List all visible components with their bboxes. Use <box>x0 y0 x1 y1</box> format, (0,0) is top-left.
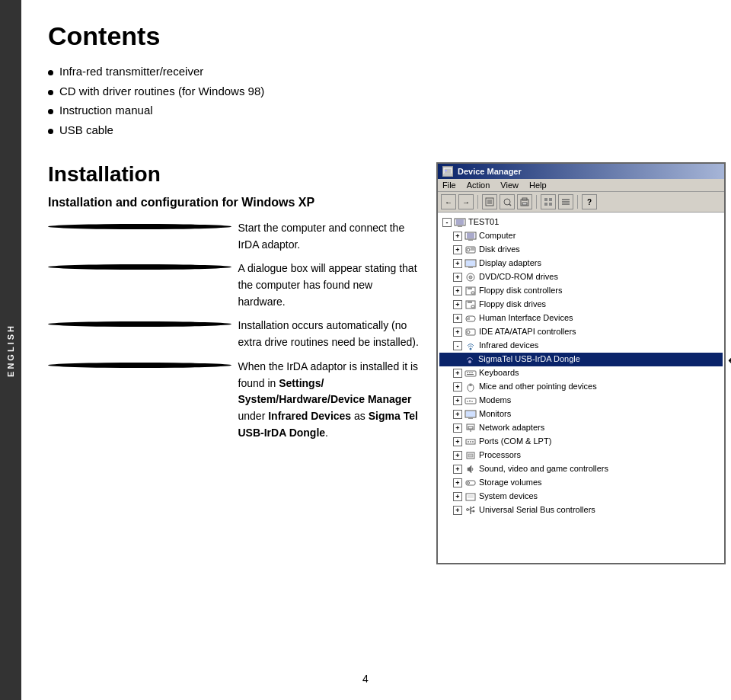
expand-disk[interactable]: + <box>453 245 462 254</box>
tree-item-sound[interactable]: + Sound, video and game controllers <box>439 462 723 476</box>
install-steps: Start the computer and connect the IrDA … <box>48 220 421 441</box>
tree-label: Network adapters <box>479 422 544 433</box>
svg-rect-30 <box>466 261 475 266</box>
computer-icon <box>454 216 466 229</box>
modem-icon <box>464 395 477 407</box>
svg-rect-23 <box>467 233 474 238</box>
menu-file[interactable]: File <box>442 181 456 190</box>
svg-point-47 <box>468 360 471 363</box>
tree-label: Monitors <box>479 408 511 420</box>
expand-storage[interactable]: + <box>453 478 462 487</box>
view1-button[interactable] <box>541 194 556 209</box>
expand-monitors[interactable]: + <box>453 410 462 419</box>
expand-root[interactable]: - <box>442 218 452 227</box>
help-btn[interactable]: ? <box>582 194 597 209</box>
expand-ports[interactable]: + <box>453 437 462 446</box>
tree-label: Disk drives <box>479 244 520 255</box>
tree-item-monitors[interactable]: + Monitors <box>439 408 723 421</box>
tree-item-disk[interactable]: + Disk drives <box>439 243 723 257</box>
svg-rect-1 <box>445 170 447 171</box>
tree-item-mice[interactable]: + Mice and other pointing devices <box>439 380 723 394</box>
sound-icon <box>464 463 477 475</box>
svg-rect-69 <box>472 441 474 443</box>
tree-item-usb[interactable]: + Universal Serial Bus controllers <box>439 503 723 517</box>
tree-item-ide[interactable]: + IDE ATA/ATAPI controllers <box>439 325 723 339</box>
dongle-icon <box>464 353 476 366</box>
bullet-icon <box>48 224 231 229</box>
tree-item-display[interactable]: + Display adapters <box>439 257 723 270</box>
system-icon <box>464 491 477 503</box>
tree-item-dongle[interactable]: SigmaTel USB-IrDA Dongle ↵ <box>439 353 723 366</box>
tree-item-keyboard[interactable]: + Keyboards <box>439 366 723 380</box>
bullet-icon <box>48 90 53 95</box>
tree-label: Mice and other pointing devices <box>479 381 597 392</box>
svg-rect-40 <box>471 305 474 308</box>
svg-rect-68 <box>470 441 471 443</box>
tree-item-floppy-ctrl[interactable]: + Floppy disk controllers <box>439 284 723 298</box>
expand-display[interactable]: + <box>453 259 462 268</box>
expand-infrared[interactable]: - <box>453 341 462 350</box>
list-item: USB cable <box>48 120 708 140</box>
bullet-icon <box>48 70 53 75</box>
tree-item-ports[interactable]: + Ports (COM & LPT) <box>439 435 723 449</box>
menu-help[interactable]: Help <box>529 181 547 190</box>
svg-rect-24 <box>468 239 473 241</box>
svg-rect-64 <box>468 427 473 429</box>
expand-modems[interactable]: + <box>453 396 462 405</box>
tree-item-computer[interactable]: + Computer <box>439 229 723 243</box>
bullet-icon <box>48 129 53 134</box>
tree-label: System devices <box>479 491 538 502</box>
tree-item-infrared[interactable]: - Infrared devices <box>439 339 723 353</box>
forward-button[interactable]: → <box>458 194 474 209</box>
tree-item-hid[interactable]: + Human Interface Devices <box>439 312 723 325</box>
expand-usb[interactable]: + <box>453 506 462 515</box>
svg-rect-67 <box>468 441 469 443</box>
expand-sound[interactable]: + <box>453 465 462 474</box>
tree-label: Floppy disk controllers <box>479 285 562 296</box>
tree-item-cdrom[interactable]: + DVD/CD-ROM drives <box>439 270 723 284</box>
properties-button[interactable] <box>482 194 497 209</box>
view2-button[interactable] <box>558 194 573 209</box>
tree-item-processors[interactable]: + Processors <box>439 449 723 462</box>
svg-rect-39 <box>468 301 472 303</box>
expand-ide[interactable]: + <box>453 328 462 337</box>
expand-computer[interactable]: + <box>453 232 462 241</box>
expand-processors[interactable]: + <box>453 451 462 460</box>
bullet-icon <box>48 109 53 114</box>
bullet-icon <box>48 264 231 270</box>
expand-mice[interactable]: + <box>453 382 462 392</box>
expand-hid[interactable]: + <box>453 314 462 323</box>
expand-floppy-ctrl[interactable]: + <box>453 286 462 296</box>
tree-label: Floppy disk drives <box>479 299 546 310</box>
expand-cdrom[interactable]: + <box>453 273 462 282</box>
tree-item-root[interactable]: - TEST01 <box>439 216 723 229</box>
dm-menubar: File Action View Help <box>438 179 724 192</box>
floppy-drv-icon <box>464 299 477 311</box>
tree-item-modems[interactable]: + Modems <box>439 394 723 408</box>
dm-title-text: Device Manager <box>458 167 522 176</box>
expand-network[interactable]: + <box>453 424 462 433</box>
left-column: Installation Installation and configurat… <box>48 162 421 564</box>
svg-rect-50 <box>469 372 471 373</box>
tree-item-network[interactable]: + Network adapters <box>439 421 723 435</box>
svg-rect-21 <box>458 225 462 227</box>
scan-button[interactable] <box>500 194 515 209</box>
tree-item-system[interactable]: + System devices <box>439 490 723 503</box>
installation-section: Installation Installation and configurat… <box>48 162 708 564</box>
infrared-icon <box>464 340 477 352</box>
svg-rect-79 <box>473 507 474 508</box>
step-2: A dialogue box will appear stating that … <box>48 261 421 310</box>
back-button[interactable]: ← <box>441 194 456 209</box>
print-button[interactable] <box>517 194 532 209</box>
svg-rect-12 <box>544 198 547 201</box>
expand-keyboard[interactable]: + <box>453 369 462 378</box>
expand-floppy-drv[interactable]: + <box>453 300 462 309</box>
svg-rect-37 <box>471 292 474 294</box>
right-column: Device Manager File Action View Help ← → <box>436 162 726 564</box>
expand-system[interactable]: + <box>453 492 462 501</box>
tree-item-floppy-drv[interactable]: + Floppy disk drives <box>439 298 723 312</box>
menu-action[interactable]: Action <box>467 181 490 190</box>
tree-item-storage[interactable]: + Storage volumes <box>439 476 723 490</box>
list-item: CD with driver routines (for Windows 98) <box>48 82 708 101</box>
menu-view[interactable]: View <box>500 181 519 190</box>
